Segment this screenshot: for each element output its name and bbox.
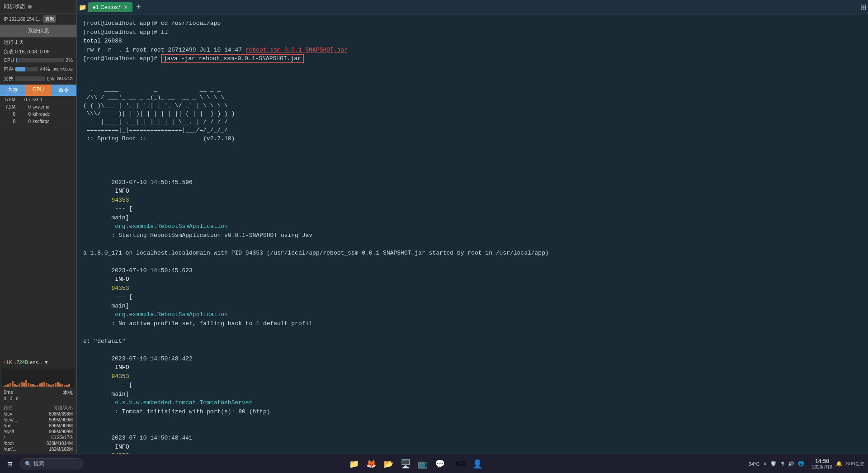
net-row: ↑1K ↓724B ens... ▼ xyxy=(4,359,73,365)
disk-row: /run 896M/909M xyxy=(4,423,73,429)
chart-bar xyxy=(68,384,70,387)
disk-path: /dev xyxy=(4,412,31,416)
net-chart xyxy=(2,369,75,387)
disk-path: /run xyxy=(4,423,31,428)
log-level: INFO xyxy=(111,444,132,450)
date-display: 2023/7/10 xyxy=(812,464,832,469)
grid-tray-icon: ⊞ xyxy=(780,461,784,467)
taskbar-icon-folder2[interactable]: 📂 xyxy=(381,457,396,471)
chart-bar xyxy=(12,381,14,387)
taskbar-desktop[interactable]: 桌面 xyxy=(453,457,467,471)
uptime-label: 运行 1 天 xyxy=(4,39,24,46)
taskbar-icon-person[interactable]: 👤 xyxy=(470,457,485,471)
chart-bar xyxy=(61,384,63,387)
log-time: 2023-07-10 14:50:45.623 xyxy=(111,267,192,274)
mem-bar xyxy=(15,67,38,71)
sound-icon: 🔊 xyxy=(788,461,794,467)
copy-ip-button[interactable]: 复制 xyxy=(43,15,56,23)
log-level: INFO xyxy=(111,364,132,371)
tab-close-button[interactable]: ✕ xyxy=(123,4,128,10)
chart-bar xyxy=(39,383,41,387)
search-bar[interactable]: 🔍 搜索 xyxy=(20,458,83,469)
process-row: 5.9M 0.7 sshd xyxy=(0,96,76,104)
net-down: ↓724B xyxy=(14,359,28,365)
log-separator: --- [ xyxy=(111,293,171,300)
chart-bars xyxy=(2,369,75,387)
log-line: 2023-07-10 14:50:45.596 INFO 94353 --- [… xyxy=(83,169,862,249)
search-label: 搜索 xyxy=(33,460,44,468)
process-list: 5.9M 0.7 sshd 7.2M 0 systemd 0 0 kthread… xyxy=(0,96,76,358)
sidebar: 同步状态 IP 192.168.154.1... 复制 系统信息 运行 1 天 … xyxy=(0,0,77,454)
ping-section: 0ms 本机 0 0 0 xyxy=(0,388,76,403)
process-row: 0 0 kthreadc xyxy=(0,111,76,118)
add-tab-button[interactable]: + xyxy=(133,2,144,12)
spring-art: . ____ _ __ _ _ /\\ / ___'_ __ _ _(_)_ _… xyxy=(83,68,862,161)
log-separator: --- [ xyxy=(111,382,171,388)
sync-label: 同步状态 xyxy=(4,3,25,10)
taskbar-icon-app1[interactable]: 🖥️ xyxy=(398,457,413,471)
sysinfo-button[interactable]: 系统信息 xyxy=(0,25,76,38)
taskbar-icon-browser[interactable]: 🦊 xyxy=(364,457,378,471)
log-logger: o.s.b.w.embedded.tomcat.TomcatWebServer xyxy=(111,399,252,406)
log-line: 2023-07-10 14:50:48.422 INFO 94353 --- [… xyxy=(83,345,862,425)
folder-icon[interactable]: 📁 xyxy=(79,4,86,11)
disk-row: /dev/... 909M/909M xyxy=(4,417,73,423)
windows-button[interactable]: ⊞ xyxy=(4,459,16,469)
mem-stat-row: 内存 44% 805M/1.8G xyxy=(0,65,76,74)
terminal-tab-1[interactable]: ● 1 Centos7 ✕ xyxy=(88,2,132,12)
tab-cpu[interactable]: CPU xyxy=(25,85,51,96)
disk-size: 896M/909M xyxy=(49,423,73,428)
term-line: -rw-r--r--. 1 root root 26712499 Jul 10 … xyxy=(83,46,862,55)
term-line: [root@localhost app]# java -jar reboot_s… xyxy=(83,54,862,63)
log-msg: : Starting RebootSsmApplication v0.0.1-S… xyxy=(111,232,312,239)
cpu-bar-fill xyxy=(16,58,17,62)
process-tab-row: 内存 CPU 命令 xyxy=(0,85,76,96)
chart-bar xyxy=(25,380,27,387)
net-name: ens... xyxy=(30,359,42,365)
ping-host: 本机 xyxy=(63,389,73,396)
sdnpc-label: SDN生态 xyxy=(846,461,864,467)
chart-bar xyxy=(43,382,45,387)
tab-memory[interactable]: 内存 xyxy=(0,85,25,96)
proc-pid: 0 xyxy=(2,112,15,117)
chart-bar xyxy=(57,382,59,387)
disk-size: 909M/909M xyxy=(49,429,73,434)
term-line: [root@localhost app]# cd /usr/local/app xyxy=(83,19,862,28)
tab-command[interactable]: 命令 xyxy=(51,85,76,96)
taskbar-icon-app2[interactable]: 📺 xyxy=(415,457,430,471)
mem-bar-fill xyxy=(15,67,25,71)
ip-label: IP 192.168.154.1... xyxy=(4,17,42,22)
taskbar-icon-files[interactable]: 📁 xyxy=(347,457,361,471)
log-pid: 94353 xyxy=(111,373,129,380)
up-arrow-icon: ∧ xyxy=(763,461,767,467)
chart-bar xyxy=(48,384,50,387)
taskbar-right: 34°C ∧ 🛡️ ⊞ 🔊 🌐 14:50 2023/7/10 🔔 SDN生态 xyxy=(749,458,864,469)
log-thread: main] xyxy=(111,214,129,221)
proc-pid: 7.2M xyxy=(2,104,15,109)
proc-pid: 5.9M xyxy=(2,97,15,102)
grid-layout-icon[interactable]: ⊞ xyxy=(860,3,866,11)
chart-bar xyxy=(32,384,34,387)
disk-path: /boot xyxy=(4,441,31,446)
chart-bar xyxy=(5,385,7,387)
ping-row: 0ms 本机 xyxy=(4,389,73,396)
load-label: 负载 0.16, 0.08, 0.06 xyxy=(4,48,50,55)
taskbar-icon-app3[interactable]: 💬 xyxy=(433,457,447,471)
log-separator: --- [ xyxy=(111,205,171,212)
log-time: 2023-07-10 14:50:48.422 xyxy=(111,355,192,362)
net-expand-icon[interactable]: ▼ xyxy=(44,359,49,365)
disk-size: 838M/1014M xyxy=(47,441,73,446)
chart-bar xyxy=(23,383,25,387)
notification-icon[interactable]: 🔔 xyxy=(836,461,842,467)
disk-row: /sys/f... 909M/909M xyxy=(4,429,73,435)
terminal-content[interactable]: [root@localhost app]# cd /usr/local/app … xyxy=(77,14,868,454)
proc-cpu: 0 xyxy=(17,119,31,124)
terminal-area: 📁 ● 1 Centos7 ✕ + ⊞ [root@localhost app]… xyxy=(77,0,868,454)
chart-bar xyxy=(9,383,11,387)
disk-header: 路径 可用/大小 xyxy=(4,405,73,411)
swap-stat-label: 交换 xyxy=(4,75,14,82)
net-up: ↑1K xyxy=(4,359,12,365)
log-continuation: a 1.8.0_171 on localhost.localdomain wit… xyxy=(83,249,862,258)
log-thread: main] xyxy=(111,391,129,397)
temperature-label: 34°C xyxy=(749,461,760,467)
